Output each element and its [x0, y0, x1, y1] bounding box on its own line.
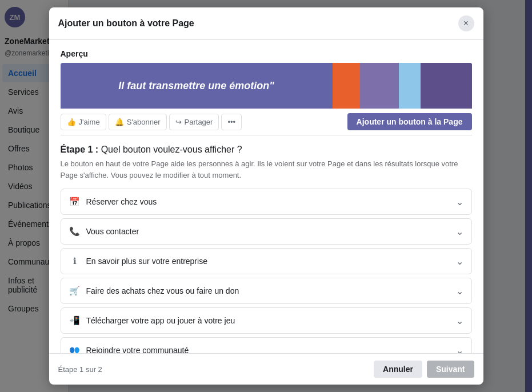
- accordion-label-rejoindre: Rejoindre votre communauté: [86, 346, 456, 353]
- preview-banner: Il faut transmettre une émotion": [61, 63, 472, 109]
- accordion-item-rejoindre[interactable]: 👥 Rejoindre votre communauté ⌄: [61, 337, 472, 353]
- close-button[interactable]: ×: [458, 15, 474, 31]
- more-icon: •••: [227, 118, 235, 126]
- more-button[interactable]: •••: [221, 114, 242, 130]
- banner-blocks: [333, 63, 472, 109]
- share-button[interactable]: ↪ Partager: [169, 114, 219, 130]
- step-question: Quel bouton voulez-vous afficher ?: [98, 145, 242, 154]
- subscribe-label: S'abonner: [127, 118, 161, 126]
- banner-block-dark: [421, 63, 472, 109]
- cart-icon: 🛒: [69, 285, 81, 297]
- group-icon: 👥: [69, 345, 81, 353]
- add-button-to-page[interactable]: Ajouter un bouton à la Page: [347, 113, 472, 130]
- chevron-down-icon-0: ⌄: [456, 197, 463, 207]
- accordion-label-achats: Faire des achats chez vous ou faire un d…: [86, 286, 456, 295]
- accordion-label-contacter: Vous contacter: [86, 227, 456, 236]
- modal-header: Ajouter un bouton à votre Page ×: [49, 7, 483, 40]
- download-icon: 📲: [69, 315, 81, 326]
- like-icon: 👍: [67, 118, 76, 126]
- accordion-item-contacter[interactable]: 📞 Vous contacter ⌄: [61, 218, 472, 245]
- banner-block-blue: [399, 63, 421, 109]
- chevron-down-icon-2: ⌄: [456, 256, 463, 267]
- calendar-icon: 📅: [69, 196, 81, 207]
- phone-icon: 📞: [69, 226, 81, 237]
- modal-body: Aperçu Il faut transmettre une émotion" …: [49, 40, 483, 353]
- banner-block-orange: [333, 63, 360, 109]
- like-button[interactable]: 👍 J'aime: [61, 114, 106, 130]
- step-title: Étape 1 : Quel bouton voulez-vous affich…: [61, 145, 472, 155]
- chevron-down-icon-5: ⌄: [456, 345, 463, 354]
- next-button[interactable]: Suivant: [427, 361, 474, 378]
- preview-actions: 👍 J'aime 🔔 S'abonner ↪ Partager ••• Ajou…: [61, 109, 472, 135]
- chevron-down-icon-4: ⌄: [456, 315, 463, 326]
- accordion-label-telecharger: Télécharger votre app ou jouer à votre j…: [86, 316, 456, 325]
- accordion-item-savoir[interactable]: ℹ En savoir plus sur votre entreprise ⌄: [61, 248, 472, 274]
- chevron-down-icon-3: ⌄: [456, 286, 463, 297]
- share-label: Partager: [185, 118, 213, 126]
- share-icon: ↪: [175, 118, 182, 126]
- accordion-list: 📅 Réserver chez vous ⌄ 📞 Vous contacter …: [61, 189, 472, 353]
- modal-overlay: Ajouter un bouton à votre Page × Aperçu …: [0, 0, 532, 392]
- modal-footer: Étape 1 sur 2 Annuler Suivant: [49, 353, 483, 385]
- modal-dialog: Ajouter un bouton à votre Page × Aperçu …: [49, 7, 483, 385]
- accordion-label-savoir: En savoir plus sur votre entreprise: [86, 257, 456, 266]
- modal-title: Ajouter un bouton à votre Page: [58, 18, 194, 29]
- footer-buttons: Annuler Suivant: [374, 361, 474, 378]
- step-number: Étape 1 :: [61, 145, 99, 154]
- preview-label: Aperçu: [61, 49, 472, 58]
- chevron-down-icon-1: ⌄: [456, 226, 463, 237]
- accordion-item-reserver[interactable]: 📅 Réserver chez vous ⌄: [61, 189, 472, 215]
- subscribe-button[interactable]: 🔔 S'abonner: [109, 114, 167, 130]
- accordion-label-reserver: Réserver chez vous: [86, 197, 456, 206]
- bell-icon: 🔔: [115, 118, 124, 126]
- step-indicator: Étape 1 sur 2: [58, 365, 102, 374]
- info-icon: ℹ: [69, 255, 81, 267]
- banner-text: Il faut transmettre une émotion": [61, 80, 333, 92]
- banner-block-purple: [360, 63, 399, 109]
- step-description: Le bouton en haut de votre Page aide les…: [61, 158, 472, 181]
- cancel-button[interactable]: Annuler: [374, 361, 422, 378]
- accordion-item-achats[interactable]: 🛒 Faire des achats chez vous ou faire un…: [61, 278, 472, 304]
- like-label: J'aime: [79, 118, 100, 126]
- accordion-item-telecharger[interactable]: 📲 Télécharger votre app ou jouer à votre…: [61, 307, 472, 334]
